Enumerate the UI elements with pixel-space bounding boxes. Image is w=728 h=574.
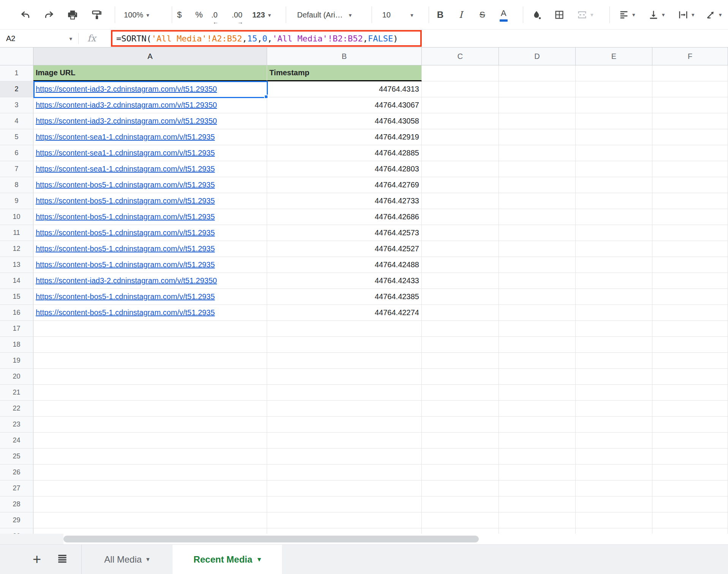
- cell-C18[interactable]: [422, 337, 499, 353]
- cell-B3[interactable]: 44764.43067: [267, 97, 422, 113]
- strikethrough-button[interactable]: S: [480, 10, 485, 20]
- cell-B23[interactable]: [267, 417, 422, 433]
- cell-B30[interactable]: [267, 528, 422, 534]
- cell-E30[interactable]: [576, 528, 652, 534]
- cell-D9[interactable]: [499, 193, 576, 209]
- cell-C20[interactable]: [422, 369, 499, 385]
- row-header-14[interactable]: 14: [0, 273, 33, 289]
- font-size-select[interactable]: 10 ▾: [382, 10, 413, 19]
- row-header-22[interactable]: 22: [0, 401, 33, 417]
- cell-D18[interactable]: [499, 337, 576, 353]
- cell-A20[interactable]: [33, 369, 267, 385]
- cell-E6[interactable]: [576, 145, 652, 161]
- cell-A27[interactable]: [33, 480, 267, 496]
- cell-D17[interactable]: [499, 321, 576, 337]
- image-url-link[interactable]: https://scontent-bos5-1.cdninstagram.com…: [36, 228, 215, 237]
- image-url-link[interactable]: https://scontent-bos5-1.cdninstagram.com…: [36, 212, 215, 221]
- cell-A14[interactable]: https://scontent-iad3-2.cdninstagram.com…: [33, 273, 267, 289]
- column-header-C[interactable]: C: [422, 48, 499, 65]
- add-sheet-button[interactable]: +: [33, 545, 41, 574]
- cell-E27[interactable]: [576, 480, 652, 496]
- cell-F7[interactable]: [652, 161, 728, 177]
- cell-A12[interactable]: https://scontent-bos5-1.cdninstagram.com…: [33, 241, 267, 257]
- cell-D5[interactable]: [499, 129, 576, 145]
- cell-F3[interactable]: [652, 97, 728, 113]
- cell-C9[interactable]: [422, 193, 499, 209]
- cell-A9[interactable]: https://scontent-bos5-1.cdninstagram.com…: [33, 193, 267, 209]
- cell-C14[interactable]: [422, 273, 499, 289]
- italic-button[interactable]: I: [459, 10, 462, 20]
- cell-E23[interactable]: [576, 417, 652, 433]
- font-family-select[interactable]: Default (Ari… ▾: [297, 10, 352, 19]
- image-url-link[interactable]: https://scontent-iad3-2.cdninstagram.com…: [36, 117, 217, 125]
- cell-A13[interactable]: https://scontent-bos5-1.cdninstagram.com…: [33, 257, 267, 273]
- cell-A29[interactable]: [33, 512, 267, 528]
- row-header-18[interactable]: 18: [0, 337, 33, 353]
- cell-F17[interactable]: [652, 321, 728, 337]
- cell-D2[interactable]: [499, 81, 576, 97]
- cell-B13[interactable]: 44764.42488: [267, 257, 422, 273]
- cell-B20[interactable]: [267, 369, 422, 385]
- undo-button[interactable]: [20, 9, 31, 21]
- cell-C12[interactable]: [422, 241, 499, 257]
- cell-D19[interactable]: [499, 353, 576, 369]
- cell-B11[interactable]: 44764.42573: [267, 225, 422, 241]
- cell-D14[interactable]: [499, 273, 576, 289]
- cell-F1[interactable]: [652, 65, 728, 81]
- cell-B1[interactable]: Timestamp: [267, 65, 422, 81]
- cell-A22[interactable]: [33, 401, 267, 417]
- cell-B26[interactable]: [267, 465, 422, 480]
- row-header-1[interactable]: 1: [0, 65, 33, 81]
- cell-F2[interactable]: [652, 81, 728, 97]
- borders-button[interactable]: [554, 10, 565, 20]
- cell-B10[interactable]: 44764.42686: [267, 209, 422, 225]
- image-url-link[interactable]: https://scontent-bos5-1.cdninstagram.com…: [36, 244, 215, 253]
- cell-C21[interactable]: [422, 385, 499, 401]
- cell-B2[interactable]: 44764.4313: [267, 81, 422, 97]
- cell-A19[interactable]: [33, 353, 267, 369]
- cell-A2[interactable]: https://scontent-iad3-2.cdninstagram.com…: [33, 81, 267, 97]
- row-header-24[interactable]: 24: [0, 433, 33, 449]
- cell-D8[interactable]: [499, 177, 576, 193]
- image-url-link[interactable]: https://scontent-bos5-1.cdninstagram.com…: [36, 308, 215, 317]
- cell-E9[interactable]: [576, 193, 652, 209]
- cell-E14[interactable]: [576, 273, 652, 289]
- column-header-B[interactable]: B: [267, 48, 422, 65]
- cell-D15[interactable]: [499, 289, 576, 305]
- cell-F13[interactable]: [652, 257, 728, 273]
- cell-A23[interactable]: [33, 417, 267, 433]
- cell-D29[interactable]: [499, 512, 576, 528]
- cell-E20[interactable]: [576, 369, 652, 385]
- row-header-13[interactable]: 13: [0, 257, 33, 273]
- cell-A30[interactable]: [33, 528, 267, 534]
- row-header-29[interactable]: 29: [0, 512, 33, 528]
- cell-B21[interactable]: [267, 385, 422, 401]
- cell-F19[interactable]: [652, 353, 728, 369]
- cell-B18[interactable]: [267, 337, 422, 353]
- increase-decimal-button[interactable]: .00→: [232, 10, 242, 19]
- image-url-link[interactable]: https://scontent-sea1-1.cdninstagram.com…: [36, 133, 215, 141]
- cell-B8[interactable]: 44764.42769: [267, 177, 422, 193]
- row-header-26[interactable]: 26: [0, 465, 33, 480]
- image-url-link[interactable]: https://scontent-bos5-1.cdninstagram.com…: [36, 181, 215, 189]
- cell-D7[interactable]: [499, 161, 576, 177]
- number-format-button[interactable]: 123 ▾: [252, 10, 271, 19]
- cell-C16[interactable]: [422, 305, 499, 321]
- row-header-28[interactable]: 28: [0, 496, 33, 512]
- cell-F29[interactable]: [652, 512, 728, 528]
- cell-A15[interactable]: https://scontent-bos5-1.cdninstagram.com…: [33, 289, 267, 305]
- cell-B24[interactable]: [267, 433, 422, 449]
- cell-A5[interactable]: https://scontent-sea1-1.cdninstagram.com…: [33, 129, 267, 145]
- text-color-button[interactable]: A: [501, 8, 506, 18]
- cell-D13[interactable]: [499, 257, 576, 273]
- formula-input[interactable]: =SORTN('All Media'!A2:B52,15,0,'All Medi…: [111, 30, 422, 47]
- image-url-link[interactable]: https://scontent-bos5-1.cdninstagram.com…: [36, 197, 215, 205]
- cell-B9[interactable]: 44764.42733: [267, 193, 422, 209]
- cell-A18[interactable]: [33, 337, 267, 353]
- row-header-21[interactable]: 21: [0, 385, 33, 401]
- cell-F20[interactable]: [652, 369, 728, 385]
- cell-C26[interactable]: [422, 465, 499, 480]
- cell-A16[interactable]: https://scontent-bos5-1.cdninstagram.com…: [33, 305, 267, 321]
- cell-D21[interactable]: [499, 385, 576, 401]
- cell-D1[interactable]: [499, 65, 576, 81]
